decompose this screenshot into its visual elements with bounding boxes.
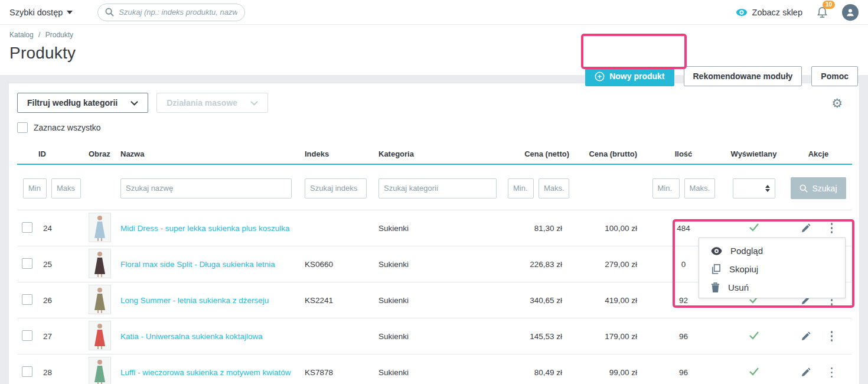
displayed-check-icon[interactable]: [748, 222, 761, 233]
row-checkbox[interactable]: [22, 294, 32, 305]
col-name[interactable]: Nazwa: [116, 145, 301, 164]
context-menu-item-duplicate[interactable]: Skopiuj: [699, 260, 845, 278]
product-name-link[interactable]: Floral max side Split - Długa sukienka l…: [120, 260, 275, 269]
row-actions-menu-icon[interactable]: [827, 220, 837, 236]
dress-photo-icon: [89, 357, 110, 384]
index-filter-input[interactable]: [305, 178, 367, 198]
global-search[interactable]: [97, 4, 245, 21]
row-checkbox[interactable]: [22, 222, 32, 233]
product-image: [89, 285, 111, 314]
plus-circle-icon: [595, 71, 605, 82]
recommended-modules-button[interactable]: Rekomendowane moduły: [684, 66, 802, 86]
table-row: 27 Katia - Uniwersalna sukienka koktajlo…: [17, 318, 852, 354]
col-index[interactable]: Indeks: [301, 145, 373, 164]
user-avatar[interactable]: [842, 4, 859, 21]
panel-toolbar: Filtruj według kategorii Działania masow…: [17, 93, 851, 113]
products-panel: Filtruj według kategorii Działania masow…: [8, 83, 860, 384]
displayed-check-icon[interactable]: [748, 366, 761, 377]
col-image: Obraz: [83, 145, 116, 164]
product-index: KS2241: [301, 282, 373, 318]
grid-settings-gear-icon[interactable]: ⚙: [831, 97, 843, 109]
product-category: Sukienki: [373, 354, 501, 384]
breadcrumb-parent[interactable]: Katalog: [9, 31, 34, 39]
col-displayed[interactable]: Wyświetlany: [723, 145, 785, 164]
category-filter-input[interactable]: [378, 178, 497, 198]
quantity-min-input[interactable]: [652, 178, 680, 198]
breadcrumb-separator: /: [38, 31, 40, 39]
search-button-label: Szukaj: [812, 184, 837, 193]
col-id[interactable]: ID: [38, 145, 83, 164]
product-image: [89, 213, 111, 242]
quantity-max-input[interactable]: [684, 178, 715, 198]
top-bar: Szybki dostęp Zobacz sklep 10: [0, 0, 868, 25]
quick-access-menu[interactable]: Szybki dostęp: [9, 8, 73, 17]
content-area: Filtruj według kategorii Działania masow…: [0, 75, 868, 384]
product-name-link[interactable]: Long Summer - letnia sukienka z dżerseju: [120, 296, 269, 305]
row-checkbox[interactable]: [22, 258, 32, 269]
product-name-link[interactable]: Luffi - wieczorowa sukienka z motywem kw…: [120, 368, 291, 377]
table-header-row: ID Obraz Nazwa Indeks Kategoria Cena (ne…: [17, 145, 852, 164]
name-filter-input[interactable]: [120, 178, 292, 198]
row-actions-menu-icon[interactable]: [827, 365, 837, 380]
product-price-net: 340,65 zł: [501, 282, 569, 318]
product-id: 27: [38, 318, 83, 354]
search-icon: [800, 184, 808, 193]
dress-photo-icon: [89, 321, 110, 350]
filter-by-category-dropdown[interactable]: Filtruj według kategorii: [17, 93, 148, 113]
id-min-input[interactable]: [23, 178, 47, 198]
price-min-input[interactable]: [508, 178, 534, 198]
price-max-input[interactable]: [539, 178, 569, 198]
context-menu-item-preview[interactable]: Podgląd: [699, 242, 845, 260]
notifications-badge: 10: [823, 1, 835, 9]
row-checkbox[interactable]: [22, 330, 32, 341]
view-shop-label: Zobacz sklep: [752, 8, 802, 17]
product-category: Sukienki: [373, 246, 501, 282]
new-product-button[interactable]: Nowy produkt: [585, 67, 674, 86]
product-price-net: 81,30 zł: [501, 210, 569, 246]
search-button[interactable]: Szukaj: [791, 177, 846, 199]
new-product-label: Nowy produkt: [609, 71, 664, 81]
product-price-gross: 419,00 zł: [569, 282, 644, 318]
product-price-gross: 100,00 zł: [569, 210, 644, 246]
product-quantity: 96: [644, 318, 723, 354]
select-arrows-icon: [765, 185, 770, 192]
breadcrumb: Katalog / Produkty: [9, 31, 859, 39]
context-menu-item-delete[interactable]: Usuń: [699, 278, 845, 297]
product-id: 25: [38, 246, 83, 282]
product-price-gross: 279,00 zł: [569, 246, 644, 282]
displayed-check-icon[interactable]: [748, 330, 761, 341]
breadcrumb-current: Produkty: [45, 31, 73, 39]
notifications-button[interactable]: 10: [817, 6, 828, 21]
select-all-label: Zaznacz wszystko: [34, 123, 101, 132]
edit-pencil-icon[interactable]: [801, 331, 811, 341]
select-all-checkbox[interactable]: [17, 122, 28, 133]
dress-photo-icon: [89, 249, 110, 278]
context-menu-label: Podgląd: [730, 246, 763, 256]
help-button[interactable]: Pomoc: [811, 66, 858, 86]
context-menu-label: Usuń: [728, 282, 749, 292]
row-checkbox[interactable]: [22, 366, 32, 377]
product-image: [89, 321, 111, 350]
col-price-net[interactable]: Cena (netto): [501, 145, 569, 164]
row-actions-menu-icon[interactable]: [827, 328, 837, 344]
product-price-net: 80,49 zł: [501, 354, 569, 384]
chevron-down-icon: [250, 100, 258, 106]
col-category[interactable]: Kategoria: [373, 145, 501, 164]
global-search-input[interactable]: [119, 8, 237, 17]
product-name-link[interactable]: Midi Dress - super lekka sukienka plus k…: [120, 224, 290, 233]
product-id: 26: [38, 282, 83, 318]
product-index: [301, 318, 373, 354]
context-menu-label: Skopiuj: [729, 264, 758, 274]
id-max-input[interactable]: [51, 178, 81, 198]
edit-pencil-icon[interactable]: [801, 223, 811, 233]
col-quantity[interactable]: Ilość: [644, 145, 723, 164]
displayed-filter-select[interactable]: [733, 178, 775, 198]
col-price-gross[interactable]: Cena (brutto): [569, 145, 644, 164]
product-name-link[interactable]: Katia - Uniwersalna sukienka koktajlowa: [120, 332, 263, 341]
table-filter-row: Szukaj: [17, 164, 852, 210]
topbar-right-group: Zobacz sklep 10: [736, 4, 859, 21]
edit-pencil-icon[interactable]: [801, 367, 811, 378]
view-shop-link[interactable]: Zobacz sklep: [736, 8, 802, 17]
product-price-net: 145,53 zł: [501, 318, 569, 354]
dress-photo-icon: [89, 285, 110, 314]
